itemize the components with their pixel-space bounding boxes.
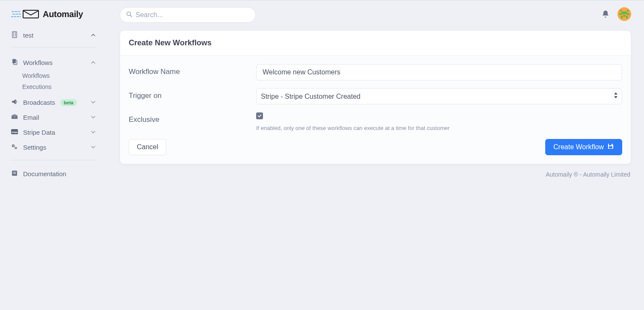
chevron-down-icon: [91, 144, 96, 151]
svg-rect-28: [622, 12, 627, 14]
nav-label: Workflows: [22, 72, 50, 79]
workflow-name-input[interactable]: [256, 64, 622, 80]
search-input[interactable]: [136, 11, 249, 19]
svg-rect-3: [23, 10, 38, 18]
label-workflow-name: Workflow Name: [129, 64, 256, 76]
svg-rect-32: [626, 16, 628, 18]
svg-rect-9: [13, 35, 14, 36]
row-workflow-name: Workflow Name: [129, 64, 622, 80]
nav-sub-executions[interactable]: Executions: [3, 81, 103, 92]
topbar: [120, 7, 631, 23]
nav-item-email[interactable]: Email: [3, 110, 103, 125]
nav-label: Broadcasts: [23, 99, 55, 106]
chevron-down-icon: [91, 114, 96, 121]
footer-text: Automaily ® - Automaily Limited: [120, 171, 631, 178]
exclusive-checkbox[interactable]: [256, 112, 263, 119]
chevron-up-icon: [91, 59, 96, 66]
project-name: test: [23, 32, 33, 39]
gears-icon: [11, 143, 18, 151]
svg-rect-5: [13, 32, 14, 33]
search-wrap: [120, 7, 256, 23]
create-workflow-button[interactable]: Create Workflow: [545, 139, 622, 155]
svg-rect-35: [609, 146, 612, 148]
cancel-button[interactable]: Cancel: [129, 139, 166, 155]
bell-icon[interactable]: [601, 10, 610, 20]
nav-item-stripe[interactable]: stripe Stripe Data: [3, 125, 103, 140]
nav-item-workflows[interactable]: Workflows: [3, 55, 103, 70]
svg-rect-20: [13, 172, 16, 172]
search-icon: [126, 11, 136, 19]
brand-logo: Automaily: [0, 6, 107, 27]
stripe-icon: stripe: [11, 128, 18, 136]
svg-rect-34: [609, 144, 612, 145]
project-selector[interactable]: test: [0, 27, 107, 44]
nav-label: Email: [23, 114, 39, 121]
main: Create New Workflows Workflow Name Trigg…: [107, 0, 644, 310]
nav: Workflows Workflows Executions Broadcast…: [0, 55, 107, 155]
divider: [11, 47, 96, 47]
svg-rect-4: [12, 32, 17, 38]
action-row: Cancel Create Workflow: [129, 139, 622, 155]
nav-label: Executions: [22, 83, 51, 90]
svg-rect-33: [623, 15, 626, 17]
button-label: Cancel: [137, 143, 158, 151]
svg-rect-8: [15, 34, 16, 35]
nav-label: Workflows: [23, 59, 53, 66]
divider: [11, 160, 96, 160]
page-title: Create New Workflows: [120, 31, 631, 56]
envelope-icon: [11, 113, 18, 121]
svg-rect-27: [627, 10, 629, 12]
building-icon: [11, 31, 18, 39]
create-workflow-card: Create New Workflows Workflow Name Trigg…: [120, 30, 631, 164]
svg-rect-7: [13, 34, 14, 35]
chevron-down-icon: [91, 99, 96, 106]
exclusive-help: If enabled, only one of these workflows …: [256, 125, 622, 131]
svg-rect-10: [15, 35, 16, 36]
book-icon: [11, 170, 18, 178]
button-label: Create Workflow: [553, 143, 604, 151]
save-icon: [607, 143, 614, 151]
row-trigger: Trigger on Stripe - Stripe Customer Crea…: [129, 88, 622, 104]
nav-item-documentation[interactable]: Documentation: [0, 166, 107, 181]
label-trigger: Trigger on: [129, 88, 256, 100]
nav-label: Settings: [23, 144, 46, 151]
nav-label: Stripe Data: [23, 129, 55, 136]
brand-name: Automaily: [43, 9, 83, 19]
svg-rect-11: [12, 59, 16, 63]
svg-rect-29: [619, 13, 622, 15]
chevron-down-icon: [91, 129, 96, 136]
svg-rect-26: [620, 10, 622, 12]
nav-item-settings[interactable]: Settings: [3, 140, 103, 155]
svg-rect-30: [627, 13, 629, 15]
chevron-up-icon: [91, 32, 96, 39]
row-exclusive: Exclusive If enabled, only one of these …: [129, 112, 622, 131]
beta-badge: beta: [60, 99, 77, 106]
sidebar: Automaily test Workflows: [0, 0, 107, 310]
svg-point-16: [13, 145, 14, 146]
logo-icon: [11, 9, 40, 19]
svg-rect-31: [621, 16, 623, 18]
copy-icon: [11, 59, 18, 67]
svg-rect-21: [13, 173, 16, 174]
svg-line-23: [130, 15, 132, 17]
svg-point-18: [15, 148, 16, 148]
nav-sub-workflows[interactable]: Workflows: [3, 70, 103, 81]
trigger-select[interactable]: Stripe - Stripe Customer Created: [256, 88, 622, 104]
avatar[interactable]: [617, 7, 631, 23]
nav-item-broadcasts[interactable]: Broadcasts beta: [3, 95, 103, 110]
svg-text:stripe: stripe: [12, 131, 18, 133]
nav-label: Documentation: [23, 170, 66, 177]
label-exclusive: Exclusive: [129, 112, 256, 124]
megaphone-icon: [11, 98, 18, 106]
svg-rect-6: [15, 32, 16, 33]
